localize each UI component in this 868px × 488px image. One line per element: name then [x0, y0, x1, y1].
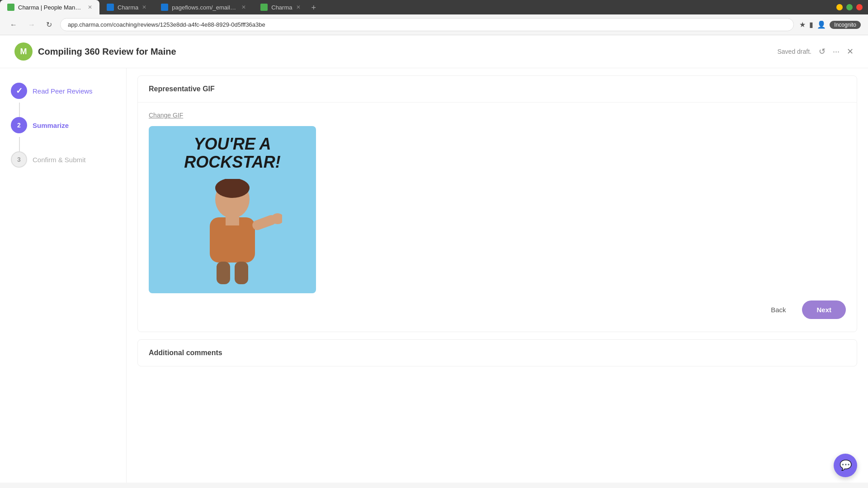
bookmark-icon[interactable]: ▮ [809, 20, 813, 29]
svg-point-1 [215, 179, 250, 198]
tab-1-label: Charma | People Management S... [18, 4, 84, 11]
tab-2-close[interactable]: ✕ [142, 4, 146, 10]
avatar: M [14, 42, 33, 61]
app-header: M Compiling 360 Review for Maine Saved d… [0, 35, 868, 68]
back-button[interactable]: Back [762, 301, 795, 318]
svg-rect-7 [235, 262, 248, 284]
tab-1[interactable]: Charma | People Management S... ✕ [0, 0, 99, 14]
tab-2[interactable]: Charma ✕ [99, 0, 154, 14]
step-label-2: Summarize [33, 122, 69, 129]
step-connector-2 [19, 137, 20, 151]
additional-comments-title: Additional comments [138, 340, 857, 366]
forward-nav-button[interactable]: → [25, 19, 38, 31]
actions-row: Back Next [149, 293, 846, 323]
incognito-badge: Incognito [830, 21, 861, 29]
gif-figure-svg [183, 179, 282, 287]
browser-icons: ★ ▮ 👤 Incognito [799, 20, 861, 29]
close-button[interactable]: ✕ [847, 47, 854, 56]
reload-button[interactable]: ↻ [43, 19, 55, 31]
gif-image: YOU'RE A ROCKSTAR! [149, 126, 316, 293]
tab-3-close[interactable]: ✕ [241, 4, 246, 10]
window-close[interactable] [856, 4, 863, 10]
header-left: M Compiling 360 Review for Maine [14, 42, 176, 61]
tab-1-close[interactable]: ✕ [88, 4, 92, 10]
step-item-3: 3 Confirm & Submit [11, 151, 115, 168]
tab-4-close[interactable]: ✕ [296, 4, 301, 10]
more-options-button[interactable]: ··· [833, 47, 840, 56]
step-label-3: Confirm & Submit [33, 156, 86, 164]
section-title-gif: Representative GIF [138, 76, 857, 103]
window-maximize[interactable] [846, 4, 853, 10]
back-nav-button[interactable]: ← [7, 19, 20, 31]
section-body-gif: Change GIF YOU'RE A ROCKSTAR! [138, 103, 857, 332]
tab-2-favicon [107, 4, 114, 11]
page-title: Compiling 360 Review for Maine [38, 47, 176, 57]
history-button[interactable]: ↺ [819, 47, 826, 56]
saved-status: Saved draft. [777, 48, 811, 55]
tab-3-label: pageflows.com/_emails/_/7fb5... [172, 4, 238, 11]
step-number-2: 2 [17, 122, 21, 129]
step-label-1: Read Peer Reviews [33, 87, 93, 95]
tab-3-favicon [161, 4, 168, 11]
additional-comments-section: Additional comments [137, 339, 857, 366]
address-bar-input[interactable] [60, 18, 794, 31]
step-number-3: 3 [17, 156, 21, 163]
step-circle-1 [11, 83, 27, 99]
content-area: Representative GIF Change GIF YOU'RE A R… [127, 68, 868, 483]
representative-gif-section: Representative GIF Change GIF YOU'RE A R… [137, 75, 857, 332]
sidebar: Read Peer Reviews 2 Summarize 3 Confirm … [0, 68, 127, 483]
step-circle-2: 2 [11, 117, 27, 133]
checkmark-icon [16, 86, 23, 96]
step-item-1: Read Peer Reviews [11, 83, 115, 99]
profile-icon[interactable]: 👤 [817, 20, 826, 29]
gif-overlay-text: YOU'RE A ROCKSTAR! [153, 135, 311, 171]
tab-4-label: Charma [271, 4, 292, 11]
step-item-2: 2 Summarize [11, 117, 115, 133]
svg-rect-3 [226, 216, 239, 225]
header-right: Saved draft. ↺ ··· ✕ [777, 47, 854, 56]
svg-rect-6 [217, 262, 230, 284]
tab-1-favicon [7, 4, 14, 11]
step-connector-1 [19, 103, 20, 117]
tab-4[interactable]: Charma ✕ [253, 0, 307, 14]
next-button[interactable]: Next [802, 300, 846, 319]
main-content: Read Peer Reviews 2 Summarize 3 Confirm … [0, 68, 868, 483]
tab-3[interactable]: pageflows.com/_emails/_/7fb5... ✕ [154, 0, 253, 14]
tab-2-label: Charma [118, 4, 138, 11]
new-tab-button[interactable]: + [308, 1, 320, 14]
chat-widget[interactable]: 💬 [834, 454, 857, 477]
tab-4-favicon [260, 4, 268, 11]
chat-icon: 💬 [840, 460, 852, 471]
star-icon[interactable]: ★ [799, 20, 806, 29]
change-gif-link[interactable]: Change GIF [149, 112, 846, 119]
step-circle-3: 3 [11, 151, 27, 168]
window-minimize[interactable] [836, 4, 843, 10]
